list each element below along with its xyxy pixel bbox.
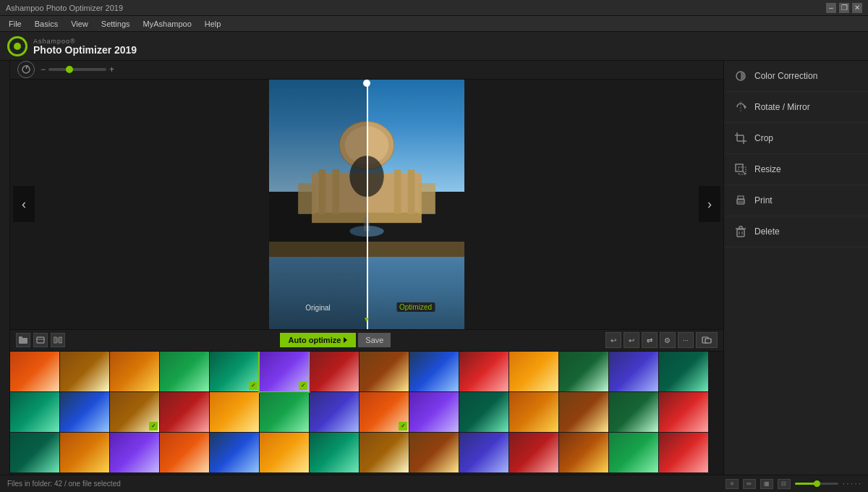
resize-icon (734, 163, 747, 176)
thumbnail[interactable] (509, 433, 558, 472)
panel-item-resize[interactable]: Resize (724, 154, 868, 185)
thumbnail[interactable] (409, 433, 459, 472)
logo-circle (7, 36, 27, 56)
info-button[interactable]: ··· (678, 332, 694, 348)
thumbnail[interactable] (359, 433, 409, 472)
view-grid-button[interactable]: ▦ (760, 479, 773, 489)
menu-myashampoo[interactable]: MyAshampoo (137, 18, 197, 30)
undo-button[interactable]: ↩ (605, 332, 621, 348)
thumbnail[interactable] (310, 352, 359, 391)
thumbnail[interactable]: ✓ (210, 352, 259, 391)
fullscreen-button[interactable] (696, 332, 718, 348)
thumbnail[interactable] (10, 352, 59, 391)
thumbnail[interactable] (559, 392, 608, 432)
menu-settings[interactable]: Settings (95, 18, 136, 30)
restore-button[interactable]: ❐ (839, 3, 849, 13)
menu-view[interactable]: View (65, 18, 94, 30)
close-button[interactable]: ✕ (852, 3, 862, 13)
auto-optimize-button[interactable]: Auto optimize (280, 333, 357, 347)
thumbnail[interactable] (160, 352, 209, 391)
panel-item-delete[interactable]: Delete (724, 216, 868, 247)
right-panel: Color Correction Rotate / Mirror (723, 61, 868, 475)
center-area: − + ‹ (10, 61, 723, 475)
menu-basics[interactable]: Basics (29, 18, 64, 30)
thumbnail[interactable] (210, 433, 259, 472)
auto-optimize-arrow-icon (344, 337, 347, 343)
thumbnail[interactable] (60, 352, 109, 391)
thumbnail[interactable] (359, 352, 409, 391)
settings-icon-button[interactable]: ⚙ (660, 332, 676, 348)
thumbnail[interactable]: ✓ (110, 392, 159, 432)
thumbnail[interactable] (60, 433, 109, 472)
compare-button[interactable] (51, 333, 65, 347)
view-stack-button[interactable]: ⊡ (778, 479, 791, 489)
svg-rect-9 (408, 170, 414, 215)
zoom-thumb[interactable] (66, 66, 73, 73)
thumbnail[interactable] (659, 433, 708, 472)
thumbnail[interactable] (110, 352, 159, 391)
image-toolbar: − + (10, 61, 723, 80)
compare-toggle-button[interactable]: ⇄ (642, 332, 658, 348)
thumbnail[interactable] (210, 392, 259, 432)
thumbnail[interactable] (609, 433, 658, 472)
thumbnail[interactable] (10, 433, 59, 472)
menu-file[interactable]: File (3, 18, 27, 30)
thumbnail[interactable] (459, 433, 509, 472)
prev-arrow-button[interactable]: ‹ (13, 186, 35, 222)
thumbnail[interactable] (559, 352, 608, 391)
svg-point-0 (22, 66, 30, 73)
delete-label: Delete (754, 226, 780, 237)
resize-label: Resize (754, 164, 781, 174)
panel-item-color-correction[interactable]: Color Correction (724, 61, 868, 92)
svg-rect-29 (736, 164, 743, 171)
crop-label: Crop (754, 133, 773, 143)
zoom-slider[interactable] (48, 68, 106, 71)
print-icon (734, 194, 747, 207)
thumbnail[interactable] (409, 392, 459, 432)
thumbnail[interactable] (659, 352, 708, 391)
thumbnail[interactable] (60, 392, 109, 432)
right-toolbar-buttons: ↩ ↩ ⇄ ⚙ ··· (605, 332, 718, 348)
svg-rect-35 (737, 229, 744, 237)
auto-optimize-area: Auto optimize Save (280, 333, 391, 347)
thumbnail[interactable] (110, 433, 159, 472)
menu-help[interactable]: Help (199, 18, 227, 30)
undo2-button[interactable]: ↩ (624, 332, 639, 348)
divider-handle[interactable] (363, 80, 370, 87)
delete-icon (734, 225, 747, 238)
dots-indicator: · · · · · (843, 480, 861, 488)
thumbnail[interactable] (409, 352, 459, 391)
open-button[interactable] (33, 333, 48, 347)
thumb-size-slider[interactable] (795, 483, 838, 485)
thumbnail[interactable] (609, 352, 658, 391)
thumb-size-thumb[interactable] (814, 480, 820, 487)
thumbnail[interactable] (609, 392, 658, 432)
zoom-slider-area[interactable]: − + (41, 64, 114, 75)
panel-item-crop[interactable]: Crop (724, 123, 868, 154)
rotate-button[interactable] (17, 61, 35, 78)
thumbnail[interactable] (659, 392, 708, 432)
thumbnail[interactable] (260, 433, 309, 472)
thumbnail[interactable]: ✓ (359, 392, 409, 432)
save-button[interactable]: Save (358, 333, 391, 347)
thumbnail[interactable] (160, 392, 209, 432)
thumbnail[interactable] (459, 392, 509, 432)
thumbnail[interactable] (509, 352, 558, 391)
thumbnail[interactable] (509, 392, 558, 432)
thumbnail[interactable] (459, 352, 509, 391)
thumbnail[interactable] (160, 433, 209, 472)
panel-item-rotate-mirror[interactable]: Rotate / Mirror (724, 92, 868, 123)
next-arrow-button[interactable]: › (699, 186, 720, 222)
svg-rect-11 (418, 184, 435, 215)
minimize-button[interactable]: – (826, 3, 836, 13)
view-arrows-button[interactable]: ⇔ (743, 479, 756, 489)
view-list-button[interactable]: ≡ (726, 479, 739, 489)
thumbnail[interactable] (559, 433, 608, 472)
thumbnail[interactable] (10, 392, 59, 432)
folder-button[interactable] (16, 333, 30, 347)
thumbnail[interactable] (310, 433, 359, 472)
panel-item-print[interactable]: Print (724, 185, 868, 216)
thumbnail-selected[interactable]: ✓ (260, 352, 309, 391)
thumbnail[interactable] (310, 392, 359, 432)
thumbnail[interactable] (260, 392, 309, 432)
